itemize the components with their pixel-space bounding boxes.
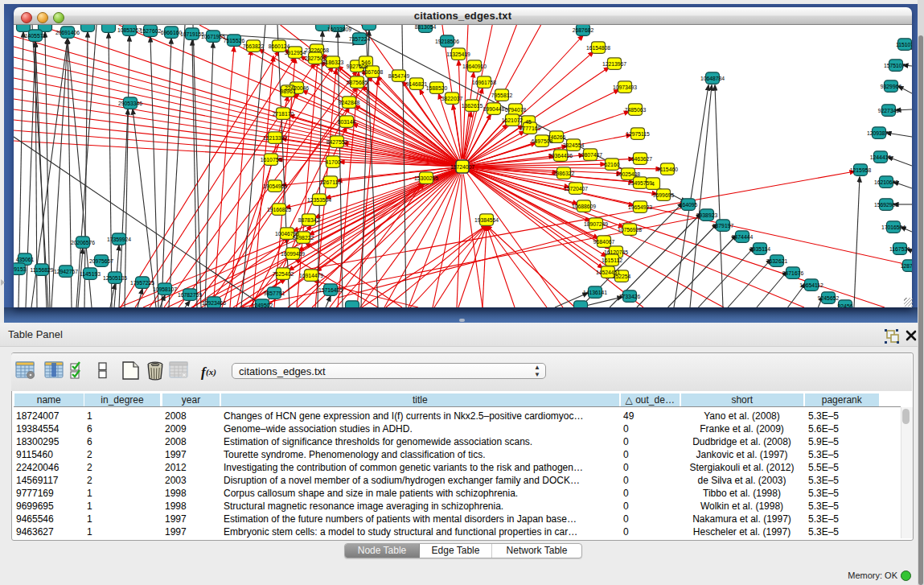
- svg-text:19384554: 19384554: [474, 217, 499, 223]
- svg-text:7625402: 7625402: [273, 271, 294, 277]
- svg-text:2687682: 2687682: [573, 27, 594, 33]
- svg-text:8471676: 8471676: [782, 270, 804, 276]
- svg-text:7357224: 7357224: [349, 36, 371, 42]
- svg-text:20364436: 20364436: [548, 153, 573, 159]
- svg-text:5498222: 5498222: [293, 235, 314, 241]
- svg-text:3912954: 3912954: [285, 50, 306, 56]
- svg-text:1615112: 1615112: [602, 257, 622, 263]
- svg-text:98961: 98961: [281, 89, 296, 94]
- svg-text:9146821: 9146821: [406, 81, 428, 87]
- svg-text:8454749: 8454749: [388, 73, 410, 79]
- svg-text:20691406: 20691406: [55, 30, 80, 35]
- svg-text:1588520: 1588520: [426, 85, 448, 91]
- svg-text:6879197: 6879197: [713, 223, 734, 229]
- svg-text:1167531: 1167531: [889, 246, 910, 252]
- svg-text:11325419: 11325419: [446, 51, 470, 57]
- svg-text:746266: 746266: [548, 134, 566, 140]
- svg-text:39153: 39153: [14, 266, 27, 272]
- svg-text:6966160: 6966160: [161, 30, 183, 35]
- svg-text:3822037: 3822037: [441, 96, 463, 101]
- svg-text:1733426: 1733426: [619, 294, 641, 299]
- svg-text:3267110: 3267110: [320, 179, 341, 185]
- svg-text:10654112: 10654112: [799, 282, 823, 288]
- svg-text:18907249: 18907249: [584, 221, 608, 227]
- svg-text:20206576: 20206576: [71, 240, 95, 245]
- svg-text:1621072: 1621072: [502, 117, 524, 123]
- svg-text:1249502: 1249502: [252, 303, 273, 308]
- svg-text:10958107: 10958107: [153, 286, 177, 292]
- svg-text:12353594: 12353594: [307, 197, 331, 203]
- svg-text:16210643: 16210643: [874, 179, 898, 185]
- svg-text:6794078: 6794078: [505, 107, 527, 113]
- svg-text:9699695: 9699695: [653, 192, 675, 198]
- svg-text:16914479: 16914479: [299, 273, 323, 278]
- svg-text:4: 4: [651, 181, 655, 187]
- svg-text:20975657: 20975657: [89, 258, 113, 264]
- svg-text:1215958: 1215958: [850, 167, 872, 173]
- svg-text:62160: 62160: [605, 162, 620, 167]
- svg-text:1610755: 1610755: [261, 157, 282, 163]
- svg-text:16782759: 16782759: [178, 292, 202, 298]
- svg-text:19166825: 19166825: [267, 207, 291, 212]
- svg-text:18724007: 18724007: [450, 164, 474, 170]
- svg-text:15692901: 15692901: [874, 202, 898, 208]
- svg-text:164095: 164095: [680, 202, 698, 208]
- svg-text:9329966: 9329966: [881, 84, 902, 89]
- svg-text:(x): (x): [206, 367, 216, 377]
- svg-text:8878342: 8878342: [298, 217, 320, 223]
- svg-text:10025438: 10025438: [616, 171, 640, 177]
- svg-text:7485063: 7485063: [625, 107, 647, 113]
- svg-text:2367608: 2367608: [362, 69, 384, 75]
- svg-text:1405571: 1405571: [25, 33, 47, 39]
- svg-text:8427552: 8427552: [326, 139, 348, 145]
- svg-text:19218506: 19218506: [435, 39, 459, 44]
- svg-text:7955812: 7955812: [491, 93, 513, 98]
- svg-text:15716485: 15716485: [318, 287, 343, 293]
- svg-text:12213967: 12213967: [602, 61, 626, 67]
- svg-text:9777169: 9777169: [519, 126, 541, 131]
- svg-text:10688609: 10688609: [572, 204, 596, 209]
- svg-text:7632621: 7632621: [766, 258, 788, 264]
- svg-text:546: 546: [361, 60, 371, 65]
- svg-text:2986322: 2986322: [553, 171, 575, 176]
- svg-text:10648784: 10648784: [700, 76, 725, 81]
- svg-text:5875685: 5875685: [347, 80, 368, 85]
- svg-text:16099489: 16099489: [281, 251, 305, 257]
- svg-text:2935114: 2935114: [749, 246, 770, 252]
- svg-text:12505135: 12505135: [103, 275, 127, 281]
- svg-text:16961758: 16961758: [472, 80, 496, 85]
- svg-text:8813054: 8813054: [415, 25, 437, 30]
- svg-text:19654923: 19654923: [628, 204, 652, 210]
- svg-text:8938923: 8938923: [696, 212, 718, 218]
- svg-text:12093872: 12093872: [867, 130, 891, 136]
- svg-text:10853267: 10853267: [117, 27, 142, 33]
- svg-text:115107: 115107: [896, 42, 912, 47]
- svg-text:11156829: 11156829: [30, 267, 53, 273]
- svg-text:10973493: 10973493: [613, 84, 637, 90]
- svg-text:10807487: 10807487: [578, 152, 602, 158]
- svg-text:9245652: 9245652: [818, 295, 840, 301]
- svg-text:16120745: 16120745: [604, 249, 628, 255]
- svg-text:16154808: 16154808: [586, 45, 610, 51]
- svg-text:252254: 252254: [613, 274, 631, 279]
- svg-text:1527602: 1527602: [140, 28, 162, 34]
- svg-text:9857791: 9857791: [264, 290, 285, 296]
- svg-text:15300295: 15300295: [414, 175, 438, 181]
- svg-text:12942757: 12942757: [54, 269, 78, 274]
- svg-text:2718170: 2718170: [273, 111, 294, 117]
- svg-text:29053346: 29053346: [118, 101, 142, 106]
- svg-text:23226058: 23226058: [305, 47, 329, 53]
- svg-text:435061: 435061: [16, 257, 35, 262]
- svg-text:9115460: 9115460: [657, 167, 678, 172]
- svg-text:9474444: 9474444: [732, 234, 754, 240]
- svg-text:12213382: 12213382: [263, 135, 287, 141]
- svg-text:12975115: 12975115: [626, 131, 650, 137]
- svg-text:45: 45: [525, 119, 532, 125]
- svg-text:12923466: 12923466: [202, 300, 226, 306]
- svg-text:7515526: 7515526: [224, 38, 245, 43]
- svg-text:9242848: 9242848: [339, 100, 360, 105]
- svg-text:17359924: 17359924: [107, 237, 131, 242]
- svg-text:23495759: 23495759: [628, 180, 652, 186]
- svg-text:16463627: 16463627: [628, 156, 652, 162]
- svg-text:8660124: 8660124: [269, 43, 290, 49]
